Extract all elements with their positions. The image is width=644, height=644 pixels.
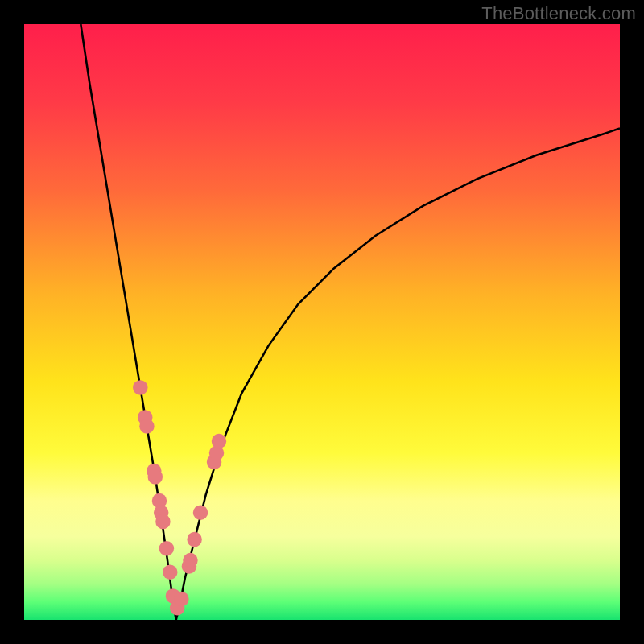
data-dot <box>133 380 148 395</box>
outer-frame: TheBottleneck.com <box>0 0 644 644</box>
data-dot <box>174 592 189 607</box>
data-dot <box>139 419 155 434</box>
curve-layer <box>24 24 620 620</box>
data-dot <box>159 541 175 556</box>
data-dot <box>163 565 178 580</box>
data-dot <box>155 514 171 530</box>
data-dot <box>148 469 163 485</box>
data-dot <box>187 532 202 547</box>
plot-area <box>24 24 620 620</box>
data-dot <box>183 553 198 568</box>
dot-group <box>133 380 226 615</box>
curve-left <box>80 24 175 620</box>
curve-right <box>176 129 620 621</box>
watermark-text: TheBottleneck.com <box>481 3 636 24</box>
data-dot <box>193 506 208 521</box>
data-dot <box>212 434 227 449</box>
